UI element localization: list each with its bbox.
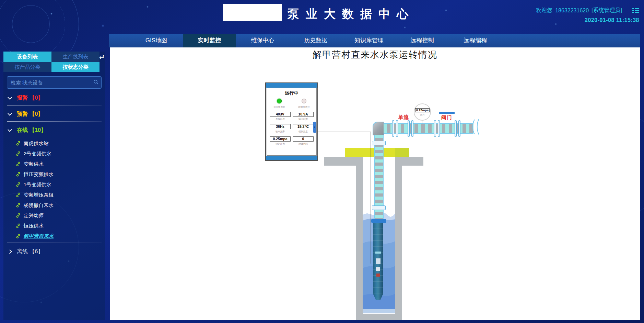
device-item[interactable]: 恒压供水 bbox=[3, 221, 105, 231]
device-item[interactable]: 变频供水 bbox=[3, 159, 105, 169]
station-title: 解甲营村直来水水泵运转情况 bbox=[110, 49, 640, 61]
output-current-value: 10.9A bbox=[293, 112, 314, 117]
divider bbox=[7, 105, 102, 105]
link-icon bbox=[16, 234, 21, 238]
user-account: 18632231620 bbox=[555, 8, 589, 14]
link-icon bbox=[16, 192, 21, 197]
well-bottom bbox=[356, 314, 402, 320]
list-menu-icon[interactable] bbox=[632, 8, 639, 13]
group-warning[interactable]: 预警 【0】 bbox=[3, 108, 105, 120]
main-nav: GIS地图 实时监控 维保中心 历史数据 知识库管理 远程控制 远程编程 bbox=[109, 34, 640, 47]
pipe-flange bbox=[408, 120, 413, 137]
riser-flange bbox=[372, 141, 386, 145]
set-pressure-value: 0.25mpa bbox=[270, 136, 291, 142]
page-title: 泵业大数据中心 bbox=[288, 6, 415, 22]
monitor-canvas: 解甲营村直来水水泵运转情况 bbox=[110, 47, 640, 320]
nav-gis-map[interactable]: GIS地图 bbox=[130, 34, 183, 47]
well-wall-right bbox=[395, 157, 402, 320]
pressure-gauge: 0.25mpa 压力 bbox=[414, 103, 431, 121]
divider bbox=[7, 243, 102, 243]
submersible-pump bbox=[373, 223, 383, 300]
nav-remote-control[interactable]: 远程控制 bbox=[396, 34, 449, 47]
valve-marker bbox=[439, 112, 455, 114]
group-online[interactable]: 在线 【10】 bbox=[3, 124, 105, 136]
divider bbox=[7, 121, 102, 122]
device-item[interactable]: 杨漫撒自来水 bbox=[3, 200, 105, 210]
gauge-value: 0.25mpa bbox=[415, 108, 430, 112]
bus-voltage-value: 403V bbox=[270, 112, 291, 117]
nav-maintenance-center[interactable]: 维保中心 bbox=[236, 34, 289, 47]
online-device-list: 南虎供水站 2号变频供水 变频供水 恒压变频供水 1号变频供水 变频增压泵组 杨… bbox=[3, 138, 105, 241]
pump-label-sticker bbox=[376, 258, 380, 264]
gauge-stem bbox=[422, 121, 422, 124]
panel-metrics: 403V母线电压 10.9A输出电流 36Hz输出频率 19.2℃模块温度 0.… bbox=[267, 109, 316, 146]
tab-production-line-list[interactable]: 生产线列表 bbox=[51, 52, 99, 62]
device-item[interactable]: 南虎供水站 bbox=[3, 138, 105, 148]
nav-realtime-monitor[interactable]: 实时监控 bbox=[183, 34, 236, 47]
pump-top-flange bbox=[371, 219, 386, 223]
gauge-label: 压力 bbox=[416, 113, 429, 116]
search-input[interactable] bbox=[7, 76, 102, 89]
pipe-elbow bbox=[373, 122, 384, 135]
chevron-down-icon bbox=[8, 95, 12, 100]
fault-light-label: 故障指示灯 bbox=[293, 105, 314, 109]
device-item[interactable]: 变频增压泵组 bbox=[3, 190, 105, 200]
pipe-flange bbox=[392, 120, 398, 137]
module-temp-value: 19.2℃ bbox=[293, 124, 314, 129]
chevron-down-icon bbox=[8, 111, 12, 116]
run-status: 运行中 bbox=[267, 90, 316, 96]
sidebar-classify-tabs: 按产品分类 按状态分类 bbox=[3, 62, 105, 72]
fault-code-value: 0 bbox=[293, 136, 314, 142]
link-icon bbox=[16, 162, 21, 166]
run-light-label: 运行指示灯 bbox=[269, 105, 290, 109]
search-icon[interactable] bbox=[93, 79, 99, 86]
device-item[interactable]: 恒压变频供水 bbox=[3, 169, 105, 179]
group-offline[interactable]: 离线 【6】 bbox=[3, 246, 105, 257]
device-item-selected[interactable]: 解甲营自来水 bbox=[3, 231, 105, 241]
panel-bottom-bar bbox=[266, 156, 317, 160]
link-icon bbox=[16, 141, 21, 146]
pipe-flange bbox=[434, 120, 440, 137]
user-role: [系统管理员] bbox=[592, 7, 622, 14]
panel-side-handle[interactable] bbox=[313, 122, 316, 133]
swap-lists-icon[interactable]: ⇄ bbox=[99, 53, 104, 60]
valve-label: 阀门 bbox=[441, 114, 452, 121]
sidebar-list-tabs: 设备列表 生产线列表 ⇄ bbox=[3, 52, 105, 62]
device-search bbox=[7, 76, 102, 89]
link-icon bbox=[16, 223, 21, 228]
pump-red-mark bbox=[376, 274, 380, 277]
check-valve-label: 单流 bbox=[398, 114, 409, 121]
device-item[interactable]: 2号变频供水 bbox=[3, 148, 105, 159]
logo-placeholder bbox=[223, 4, 282, 21]
app-root: 泵业大数据中心 欢迎您 18632231620 [系统管理员] 2020-01-… bbox=[0, 0, 644, 323]
pump-control-panel: 运行中 运行指示灯 故障指示灯 403V母线电压 10.9A输出电流 36Hz输… bbox=[265, 82, 318, 161]
fault-indicator-light bbox=[302, 99, 306, 103]
nav-remote-programming[interactable]: 远程编程 bbox=[449, 34, 502, 47]
link-icon bbox=[16, 151, 21, 156]
tab-by-status[interactable]: 按状态分类 bbox=[51, 62, 99, 72]
device-item[interactable]: 定兴幼师 bbox=[3, 210, 105, 221]
ground-right bbox=[401, 157, 423, 166]
pipe-flange bbox=[455, 120, 460, 137]
chevron-down-icon bbox=[8, 127, 12, 132]
ground-left bbox=[324, 157, 357, 166]
pump-logo-chip bbox=[375, 252, 381, 254]
link-icon bbox=[16, 213, 21, 218]
pump-label-sticker bbox=[376, 267, 380, 271]
link-icon bbox=[16, 203, 21, 208]
panel-top-bar bbox=[266, 83, 317, 88]
device-sidebar: 设备列表 生产线列表 ⇄ 按产品分类 按状态分类 报警 【0】 预警 【0】 在… bbox=[3, 52, 105, 320]
tab-by-product[interactable]: 按产品分类 bbox=[3, 62, 51, 72]
welcome-label: 欢迎您 bbox=[536, 7, 552, 14]
group-alarm[interactable]: 报警 【0】 bbox=[3, 92, 105, 104]
run-indicator-light bbox=[277, 99, 282, 103]
well-wall-left bbox=[356, 157, 363, 320]
datetime-display: 2020-01-08 11:15:38 bbox=[536, 17, 639, 23]
tab-device-list[interactable]: 设备列表 bbox=[3, 52, 51, 62]
link-icon bbox=[16, 172, 21, 177]
panel-body: 运行中 运行指示灯 故障指示灯 403V母线电压 10.9A输出电流 36Hz输… bbox=[267, 88, 317, 156]
nav-knowledge-base[interactable]: 知识库管理 bbox=[342, 34, 396, 47]
nav-history-data[interactable]: 历史数据 bbox=[289, 34, 342, 47]
device-item[interactable]: 1号变频供水 bbox=[3, 179, 105, 190]
chevron-right-icon bbox=[8, 249, 12, 254]
